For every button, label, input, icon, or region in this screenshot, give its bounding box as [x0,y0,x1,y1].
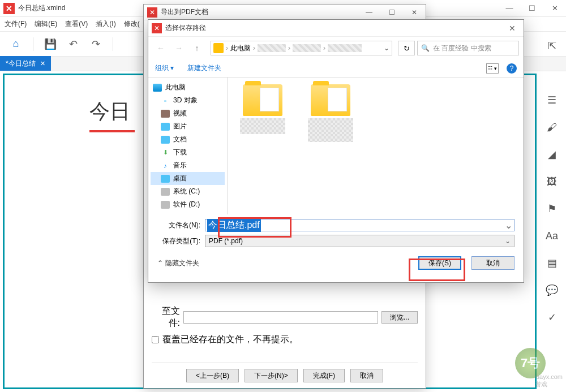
next-button[interactable]: 下一步(N)> [245,369,298,382]
menu-view[interactable]: 查看(V) [65,19,88,29]
xmind-app-icon: ✕ [152,23,162,33]
outline-icon[interactable]: ☰ [543,92,560,109]
breadcrumb-pc[interactable]: 此电脑 [230,44,251,53]
label-icon[interactable]: Aa [543,227,560,244]
pdf-minimize-button[interactable]: — [358,5,380,20]
organize-menu[interactable]: 组织 ▾ [155,63,174,73]
prev-button[interactable]: <上一步(B) [186,369,239,382]
to-file-input[interactable] [183,311,378,324]
nav-up-icon[interactable]: ↑ [189,40,205,56]
refresh-button[interactable]: ↻ [398,41,415,55]
tree-drive-d[interactable]: 软件 (D:) [151,198,225,211]
menu-modify[interactable]: 修改( [124,19,140,29]
filename-label: 文件名(N): [157,221,200,230]
overwrite-label: 覆盖已经存在的文件，不再提示。 [162,334,298,346]
filetype-value: PDF (*.pdf) [209,237,243,245]
hide-folders-toggle[interactable]: ⌃ 隐藏文件夹 [157,259,199,268]
search-icon: 🔍 [421,44,430,52]
breadcrumb[interactable]: › 此电脑 › › › ⌄ [211,41,392,55]
browse-button[interactable]: 浏览... [381,311,418,324]
folder-label [240,118,285,134]
folder-item[interactable] [302,84,359,142]
breadcrumb-segment[interactable] [328,44,362,52]
pdf-maximize-button[interactable]: ☐ [380,5,403,20]
help-button[interactable]: ? [507,63,517,74]
home-button[interactable]: ⌂ [7,35,25,53]
pdf-dialog-title: 导出到PDF文档 [161,7,208,17]
image-icon[interactable]: 🖼 [543,173,560,190]
task-icon[interactable]: ✓ [543,309,560,326]
search-placeholder: 在 百度经验 中搜索 [433,44,491,53]
divider [113,37,113,51]
finish-button[interactable]: 完成(F) [303,369,345,382]
folder-icon [213,43,224,53]
export-icon[interactable]: ⇱ [543,37,560,54]
chevron-down-icon[interactable]: ⌄ [505,220,512,231]
xmind-app-icon: ✕ [3,3,15,14]
tree-drive-c[interactable]: 系统 (C:) [151,185,225,198]
file-panel[interactable] [228,77,524,214]
tree-videos[interactable]: 视频 [151,107,225,120]
nav-back-icon[interactable]: ← [153,40,169,56]
watermark: 7号 xiayx.com 游戏 [466,343,563,389]
save-dialog-title: 选择保存路径 [165,23,206,33]
chevron-right-icon: › [226,44,228,52]
topic-underline [89,130,135,132]
tab-active[interactable]: *今日总结 ✕ [0,56,51,71]
tree-downloads[interactable]: ⬇下载 [151,146,225,159]
filename-input[interactable]: 今日总结.pdf ⌄ [205,219,514,231]
chevron-right-icon: › [288,44,290,52]
filetype-select[interactable]: PDF (*.pdf) ⌄ [205,235,514,247]
minimize-button[interactable]: — [498,0,521,17]
cancel-button[interactable]: 取消 [471,256,514,270]
overwrite-checkbox[interactable] [152,336,159,343]
maximize-button[interactable]: ☐ [521,0,543,17]
to-file-label: 至文件: [152,305,180,329]
save-body: 此电脑 ▫3D 对象 视频 图片 文档 ⬇下载 ♪音乐 桌面 系统 (C:) 软… [148,77,524,214]
new-folder-button[interactable]: 新建文件夹 [187,63,221,73]
format-icon[interactable]: 🖌 [543,119,560,136]
marker-icon[interactable]: ◢ [543,146,560,163]
tab-label: *今日总结 [6,59,36,68]
breadcrumb-segment[interactable] [258,44,286,52]
watermark-text: xiayx.com 游戏 [535,373,563,389]
save-titlebar: ✕ 选择保存路径 ✕ [148,20,524,37]
tree-music[interactable]: ♪音乐 [151,159,225,172]
comment-icon[interactable]: 💬 [543,282,560,299]
nav-forward-icon[interactable]: → [171,40,187,56]
tree-3d-objects[interactable]: ▫3D 对象 [151,94,225,107]
tab-close-icon[interactable]: ✕ [40,60,45,67]
save-dialog: ✕ 选择保存路径 ✕ ← → ↑ › 此电脑 › › › ⌄ ↻ 🔍 在 百度经… [148,19,524,283]
filetype-label: 保存类型(T): [157,236,200,246]
menu-edit[interactable]: 编辑(E) [35,19,57,29]
save-button[interactable]: 保存(S) [418,256,461,270]
menu-file[interactable]: 文件(F) [5,19,27,29]
flag-icon[interactable]: ⚑ [543,200,560,217]
main-title: 今日总结.xmind [18,3,65,13]
tree-documents[interactable]: 文档 [151,133,225,146]
search-input[interactable]: 🔍 在 百度经验 中搜索 [417,41,519,55]
redo-button[interactable]: ↷ [87,35,105,53]
undo-button[interactable]: ↶ [64,35,82,53]
chevron-down-icon[interactable]: ⌄ [505,237,511,245]
note-icon[interactable]: ▤ [543,255,560,272]
view-options-button[interactable]: ☷ ▾ [486,63,499,74]
pdf-close-button[interactable]: ✕ [403,5,426,20]
save-button[interactable]: 💾 [41,35,59,53]
save-close-button[interactable]: ✕ [501,20,524,37]
save-toolbar: 组织 ▾ 新建文件夹 ☷ ▾ ? [148,59,524,77]
tree-desktop[interactable]: 桌面 [151,172,225,185]
cancel-button[interactable]: 取消 [350,369,383,382]
chevron-right-icon: › [323,44,325,52]
tree-pictures[interactable]: 图片 [151,120,225,133]
menu-insert[interactable]: 插入(I) [96,19,115,29]
close-button[interactable]: ✕ [543,0,566,17]
pdf-titlebar: ✕ 导出到PDF文档 — ☐ ✕ [144,5,426,20]
tree-this-pc[interactable]: 此电脑 [151,81,225,94]
save-nav: ← → ↑ › 此电脑 › › › ⌄ ↻ 🔍 在 百度经验 中搜索 [148,37,524,59]
chevron-down-icon[interactable]: ⌄ [384,44,389,52]
folder-icon [243,84,282,116]
breadcrumb-segment[interactable] [293,44,321,52]
folder-item[interactable] [234,84,291,134]
divider [33,37,33,51]
